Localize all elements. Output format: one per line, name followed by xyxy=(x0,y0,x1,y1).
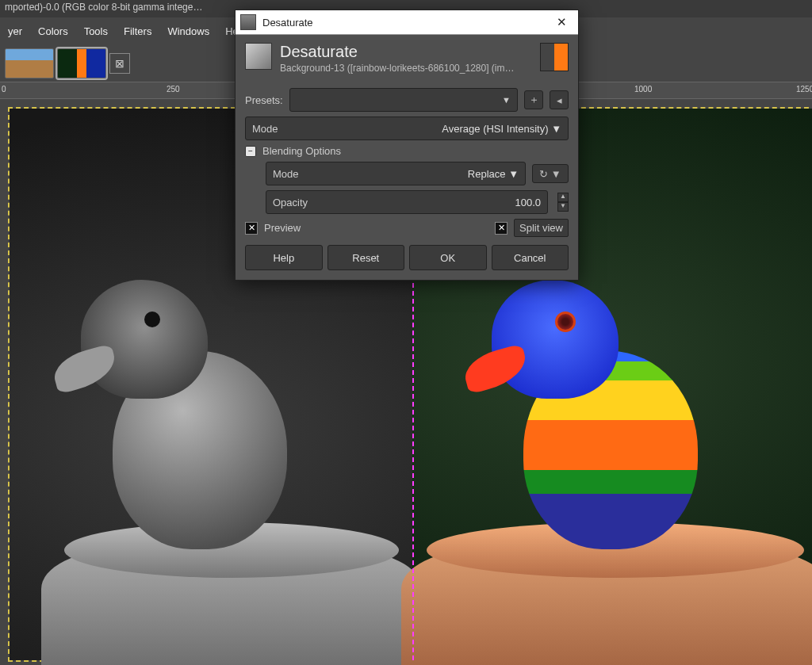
close-icon[interactable]: ✕ xyxy=(548,13,575,32)
dialog-subtitle: Background-13 ([rainbow-lorikeets-686100… xyxy=(280,63,518,74)
split-view-checkbox[interactable]: ✕ xyxy=(495,222,508,235)
dialog-header: Desaturate Background-13 ([rainbow-lorik… xyxy=(236,35,578,78)
cancel-button[interactable]: Cancel xyxy=(492,245,569,270)
spin-down-icon[interactable]: ▼ xyxy=(557,202,569,212)
menu-filters[interactable]: Filters xyxy=(116,21,159,42)
preset-menu-button[interactable]: ◂ xyxy=(550,90,569,109)
opacity-label: Opacity xyxy=(273,197,308,208)
split-view-label: Split view xyxy=(514,219,569,237)
add-preset-button[interactable]: ＋ xyxy=(524,90,543,109)
blend-mode-extra[interactable]: ↻ ▼ xyxy=(532,164,569,183)
app-icon xyxy=(240,14,256,30)
bird-color xyxy=(468,248,753,589)
image-tab[interactable] xyxy=(57,48,106,78)
opacity-value: 100.0 xyxy=(515,197,541,208)
image-tab[interactable] xyxy=(5,48,54,78)
menu-colors[interactable]: Colors xyxy=(30,21,76,42)
chevron-down-icon: ▼ xyxy=(549,123,561,135)
blending-options-label: Blending Options xyxy=(262,145,341,157)
ok-button[interactable]: OK xyxy=(409,245,487,270)
blend-mode-value: Replace xyxy=(468,168,506,180)
opacity-field[interactable]: Opacity 100.0 xyxy=(266,190,548,214)
spin-up-icon[interactable]: ▲ xyxy=(557,193,569,202)
presets-dropdown[interactable]: ▼ xyxy=(289,88,518,112)
chevron-down-icon: ▼ xyxy=(506,168,519,180)
mode-value: Average (HSI Intensity) xyxy=(442,123,548,135)
dialog-heading: Desaturate xyxy=(280,43,518,61)
mode-label: Mode xyxy=(252,123,278,135)
reset-button[interactable]: Reset xyxy=(327,245,405,270)
collapse-toggle[interactable]: − xyxy=(245,146,256,157)
bird-grayscale xyxy=(57,248,343,589)
preview-label: Preview xyxy=(264,222,301,234)
ruler-tick: 0 xyxy=(2,85,6,94)
dialog-title: Desaturate xyxy=(262,17,313,29)
help-button[interactable]: Help xyxy=(245,245,323,270)
close-tab-button[interactable]: ⊠ xyxy=(109,53,130,74)
preview-thumbnail xyxy=(540,43,569,71)
desaturate-dialog: Desaturate ✕ Desaturate Background-13 ([… xyxy=(235,10,579,281)
preview-checkbox[interactable]: ✕ xyxy=(245,222,258,235)
ruler-tick: 1000 xyxy=(634,85,652,94)
ruler-tick: 250 xyxy=(167,85,180,94)
mode-dropdown[interactable]: Mode Average (HSI Intensity) ▼ xyxy=(245,117,569,140)
blend-mode-dropdown[interactable]: Mode Replace ▼ xyxy=(266,162,526,185)
dialog-titlebar[interactable]: Desaturate ✕ xyxy=(236,10,578,35)
presets-label: Presets: xyxy=(245,94,283,106)
ruler-tick: 1250 xyxy=(796,85,812,94)
opacity-spinner[interactable]: ▲ ▼ xyxy=(557,193,569,212)
menu-windows[interactable]: Windows xyxy=(159,21,217,42)
menu-tools[interactable]: Tools xyxy=(76,21,116,42)
menu-layer[interactable]: yer xyxy=(0,21,30,42)
chevron-down-icon: ▼ xyxy=(502,95,511,105)
desaturate-icon xyxy=(245,43,272,70)
blend-mode-label: Mode xyxy=(273,168,299,180)
